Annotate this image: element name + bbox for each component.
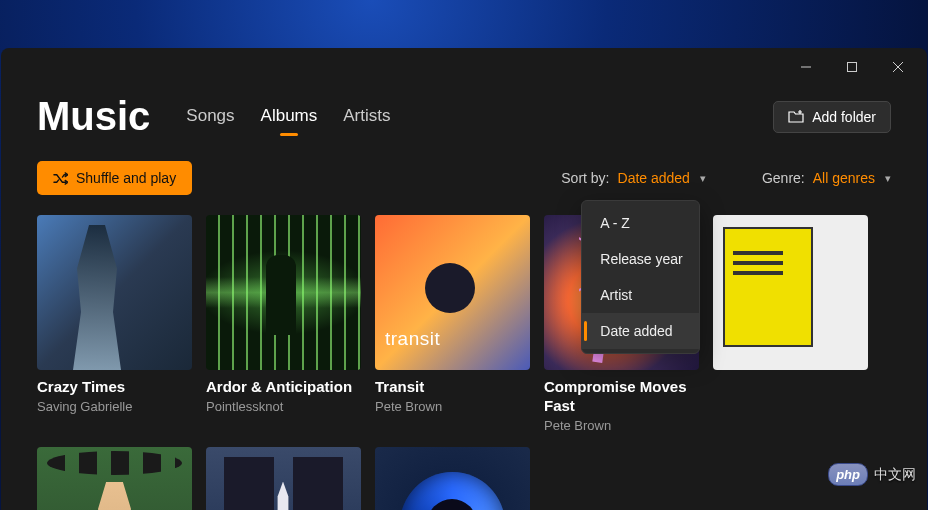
- sort-option-az[interactable]: A - Z: [582, 205, 699, 241]
- album-artist: Pointlessknot: [206, 399, 361, 414]
- album-title: Crazy Times: [37, 378, 192, 397]
- album-artist: Saving Gabrielle: [37, 399, 192, 414]
- svg-rect-0: [848, 63, 857, 72]
- minimize-icon: [801, 62, 811, 72]
- album-art: [713, 215, 868, 370]
- sort-dropdown: A - Z Release year Artist Date added: [581, 200, 700, 354]
- album-title: Ardor & Anticipation: [206, 378, 361, 397]
- album-card[interactable]: [37, 447, 192, 511]
- shuffle-icon: [53, 171, 68, 186]
- album-card[interactable]: [713, 215, 868, 433]
- close-icon: [893, 62, 903, 72]
- close-button[interactable]: [875, 51, 921, 83]
- music-app-window: Music Songs Albums Artists Add folder Sh…: [1, 48, 927, 510]
- header: Music Songs Albums Artists Add folder: [1, 86, 927, 139]
- tab-artists[interactable]: Artists: [343, 106, 390, 136]
- album-card[interactable]: Crazy Times Saving Gabrielle: [37, 215, 192, 433]
- album-card[interactable]: transit Transit Pete Brown: [375, 215, 530, 433]
- genre-value: All genres: [813, 170, 875, 186]
- album-card[interactable]: [375, 447, 530, 511]
- tabs: Songs Albums Artists: [186, 98, 390, 136]
- album-art: [206, 215, 361, 370]
- sort-by-control[interactable]: Sort by: Date added ▾ A - Z Release year…: [561, 170, 706, 186]
- genre-label: Genre:: [762, 170, 805, 186]
- tab-songs[interactable]: Songs: [186, 106, 234, 136]
- tab-albums[interactable]: Albums: [261, 106, 318, 136]
- shuffle-label: Shuffle and play: [76, 170, 176, 186]
- album-artist: Pete Brown: [544, 418, 699, 433]
- folder-plus-icon: [788, 109, 804, 125]
- album-title: Transit: [375, 378, 530, 397]
- album-grid: Crazy Times Saving Gabrielle Ardor & Ant…: [1, 211, 927, 510]
- sort-by-label: Sort by:: [561, 170, 609, 186]
- album-card[interactable]: Ardor & Anticipation Pointlessknot: [206, 215, 361, 433]
- add-folder-label: Add folder: [812, 109, 876, 125]
- chevron-down-icon: ▾: [885, 172, 891, 185]
- shuffle-play-button[interactable]: Shuffle and play: [37, 161, 192, 195]
- album-title: Compromise Moves Fast: [544, 378, 699, 416]
- chevron-down-icon: ▾: [700, 172, 706, 185]
- album-art: [37, 447, 192, 511]
- toolbar: Shuffle and play Sort by: Date added ▾ A…: [1, 139, 927, 211]
- album-art-text: transit: [385, 328, 440, 350]
- watermark-text: 中文网: [874, 466, 916, 484]
- php-badge: php: [828, 463, 868, 486]
- album-art: [206, 447, 361, 511]
- sort-option-artist[interactable]: Artist: [582, 277, 699, 313]
- maximize-icon: [847, 62, 857, 72]
- sort-option-date-added[interactable]: Date added: [582, 313, 699, 349]
- genre-control[interactable]: Genre: All genres ▾: [762, 170, 891, 186]
- window-titlebar: [1, 48, 927, 86]
- sort-by-value: Date added: [618, 170, 690, 186]
- minimize-button[interactable]: [783, 51, 829, 83]
- page-title: Music: [37, 94, 150, 139]
- sort-option-release-year[interactable]: Release year: [582, 241, 699, 277]
- album-artist: Pete Brown: [375, 399, 530, 414]
- album-art: transit: [375, 215, 530, 370]
- album-art: [37, 215, 192, 370]
- maximize-button[interactable]: [829, 51, 875, 83]
- watermark: php 中文网: [828, 463, 916, 486]
- album-art: [375, 447, 530, 511]
- album-card[interactable]: [206, 447, 361, 511]
- add-folder-button[interactable]: Add folder: [773, 101, 891, 133]
